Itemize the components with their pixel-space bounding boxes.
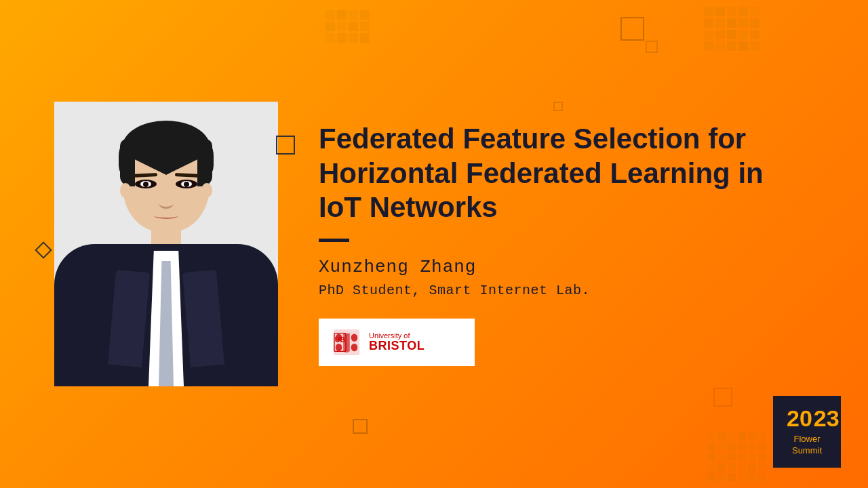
university-of-label: University of: [369, 331, 425, 340]
speaker-photo-frame: [54, 102, 278, 386]
summit-year-top: 20: [787, 407, 812, 430]
main-content: Federated Feature Selection for Horizont…: [0, 0, 868, 488]
university-text: University of BRISTOL: [369, 331, 425, 353]
university-crest-icon: UB: [332, 328, 361, 357]
svg-point-5: [351, 333, 358, 341]
summit-year-bottom: 23: [814, 407, 840, 430]
svg-point-3: [336, 333, 342, 341]
speaker-photo: [54, 102, 278, 386]
photo-deco-diamond: [35, 241, 52, 258]
university-logo-box: UB University of BRISTOL: [319, 319, 475, 366]
photo-deco-square: [276, 136, 295, 155]
speaker-name: Xunzheng Zhang: [319, 257, 814, 277]
photo-section: [54, 102, 278, 386]
svg-point-6: [351, 343, 358, 350]
university-name: BRISTOL: [369, 340, 425, 353]
title-divider: [319, 239, 349, 242]
summit-badge: 20 23 Flower Summit: [773, 396, 841, 468]
text-section: Federated Feature Selection for Horizont…: [319, 122, 814, 365]
summit-year: 20 23: [787, 407, 827, 430]
svg-point-4: [336, 343, 342, 350]
talk-title: Federated Feature Selection for Horizont…: [319, 122, 814, 224]
speaker-role: PhD Student, Smart Internet Lab.: [319, 283, 814, 298]
summit-label: Flower Summit: [787, 434, 827, 457]
